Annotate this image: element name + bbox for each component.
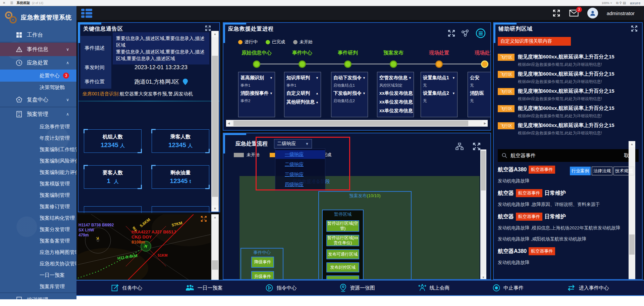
- dropdown-option[interactable]: 三级响应: [275, 170, 325, 179]
- knowledge-item[interactable]: 飞行区 能见度增加600xx,航班延误率上升百分之15 根据din应急救援操作规…: [498, 105, 636, 119]
- dropdown-row[interactable]: 事件1: [286, 82, 319, 89]
- knowledge-item[interactable]: 飞行区 能见度增加600xx,航班延误率上升百分之15 根据din应急救援操作规…: [498, 122, 636, 136]
- fullscreen-icon[interactable]: [552, 9, 560, 17]
- knowledge-item[interactable]: 飞行区 能见度增加600xx,航班延误率上升百分之15 根据din应急救援操作规…: [498, 71, 636, 85]
- dropdown-row[interactable]: 知识库研判▼: [286, 74, 319, 82]
- map-scrollbar[interactable]: ▲: [211, 214, 219, 280]
- close-icon[interactable]: ✕: [3, 1, 5, 5]
- stage[interactable]: 现场处置: [466, 50, 491, 68]
- stage-dot[interactable]: [390, 60, 397, 68]
- action-task-center[interactable]: 任务中心: [111, 284, 142, 292]
- dropdown-row[interactable]: 自定义研判▲: [286, 89, 319, 98]
- pause-area-button-partial[interactable]: [326, 275, 359, 280]
- action-abort-event[interactable]: 中止事件: [493, 284, 524, 292]
- dropdown-row[interactable]: 设置集结点1▼: [423, 74, 455, 82]
- expand-icon[interactable]: [448, 30, 455, 37]
- pause-area-button[interactable]: 暂停运行区域(xx责任单位): [326, 235, 359, 246]
- dropdown-option[interactable]: 二级响应: [275, 160, 325, 169]
- sidebar-subitem[interactable]: 应急相关协议管理: [0, 258, 76, 269]
- map-pin-icon[interactable]: [183, 79, 188, 85]
- dropdown-row[interactable]: 其他研判信息▲: [286, 98, 319, 106]
- dropdown-row[interactable]: 事件1: [240, 82, 273, 89]
- sidebar-subitem[interactable]: 预案编制工作组管理: [0, 144, 76, 155]
- stage-dot[interactable]: [344, 60, 352, 68]
- stage[interactable]: 预案发布: [375, 50, 412, 68]
- sidebar-subitem[interactable]: 预案备案管理: [0, 235, 76, 247]
- menu-icon[interactable]: ☰: [10, 1, 13, 5]
- sidebar-subitem[interactable]: 预案分发管理: [0, 224, 76, 235]
- network-icon[interactable]: [461, 29, 470, 37]
- dropdown-row[interactable]: 无: [470, 82, 491, 89]
- sidebar-subitem[interactable]: 预案编制能力评估: [0, 167, 76, 178]
- pause-area-button[interactable]: 发布可通行区域: [326, 249, 359, 259]
- scroll-down-button[interactable]: ▼: [211, 206, 219, 212]
- scroll-right-button[interactable]: ▶: [482, 120, 488, 127]
- sidebar-item-emergency[interactable]: 应急处置 ∧: [0, 56, 76, 70]
- pause-area-button[interactable]: 暂停运行区域(空管): [326, 220, 359, 232]
- map-expand-icon[interactable]: [201, 216, 207, 222]
- search-result-item[interactable]: 航空器 航空器事件 日常维护 发动机电路故障 ,模拟信息,上海机场2022年某航…: [498, 213, 627, 231]
- scroll-down-button[interactable]: ▼: [480, 274, 486, 280]
- sidebar-item-review-center[interactable]: 复盘中心 ∨: [0, 93, 76, 106]
- sidebar-subitem[interactable]: 预案修订管理: [0, 201, 76, 212]
- sidebar-subitem[interactable]: 一日一预案: [0, 269, 76, 281]
- search-input[interactable]: 航空器事件: [511, 152, 624, 159]
- sitemap-icon[interactable]: [455, 143, 464, 150]
- stage-dot[interactable]: [253, 60, 260, 68]
- dropdown-row[interactable]: 无: [423, 98, 455, 104]
- browser-toolbar-icons[interactable]: ⧉ ⚲ ▤: [616, 1, 626, 5]
- expand-icon[interactable]: [473, 143, 480, 150]
- dropdown-row[interactable]: 空管发布信息▼: [379, 74, 412, 82]
- action-command-center[interactable]: 指令中心: [266, 284, 297, 292]
- result-tab[interactable]: 法律法规: [592, 167, 612, 175]
- search-result-item[interactable]: 航空器 航空器事件 日常维护 发动机电路故障 ,故障原因、详细说明、资料来源于: [498, 189, 627, 208]
- stage[interactable]: 事件中心: [284, 50, 321, 68]
- scroll-up-button[interactable]: ▲: [211, 214, 219, 220]
- knowledge-item[interactable]: 飞行区 能见度增加600xx,航班延误率上升百分之15 根据din应急救援操作规…: [498, 88, 636, 102]
- search-result-item[interactable]: 航空器A380 航空器事件 发动机电路故障: [498, 247, 627, 266]
- sidebar-subitem[interactable]: 预案模版管理: [0, 178, 76, 189]
- dropdown-option[interactable]: 四级响应: [275, 180, 325, 189]
- dropdown-row[interactable]: 无: [423, 82, 455, 89]
- dropdown-row[interactable]: 启动集结点1: [333, 82, 366, 89]
- scroll-up-button[interactable]: ▲: [211, 31, 219, 37]
- search-result-item[interactable]: 发动机电路故障 ,咸阳机场某航班发动机故障: [498, 236, 627, 242]
- dropdown-row[interactable]: 自动下发指令▼: [333, 74, 366, 82]
- sidebar-item-dispose-center[interactable]: 处置中心 3: [0, 70, 76, 82]
- action-enter-event-center[interactable]: 进入事件中心: [567, 284, 609, 292]
- scrollbar-thumb[interactable]: [212, 56, 218, 197]
- hamburger-icon[interactable]: [81, 9, 92, 18]
- sidebar-subitem[interactable]: 预案编制风险评估: [0, 155, 76, 167]
- dropdown-row[interactable]: 甚高频识别▼: [240, 74, 273, 82]
- stage-dot[interactable]: [435, 60, 443, 68]
- action-daily-plan[interactable]: 一日一预案: [185, 285, 223, 291]
- avatar[interactable]: [587, 8, 598, 18]
- dropdown-row[interactable]: 消防接报事件▼: [240, 89, 273, 98]
- list-circle-icon[interactable]: [476, 28, 486, 38]
- zoom-select[interactable]: 100% ˅: [602, 1, 612, 5]
- response-level-select[interactable]: 二级响应 ▼: [274, 139, 312, 148]
- action-online-consult[interactable]: 线上会商: [418, 284, 450, 292]
- search-bar[interactable]: 航空器事件 取消: [498, 149, 639, 162]
- dropdown-row[interactable]: 设置集结点2▼: [423, 89, 455, 98]
- stage-dot[interactable]: [481, 60, 488, 68]
- dropdown-row[interactable]: xx单位发布信息▲: [379, 89, 412, 98]
- sidebar-subitem[interactable]: 年度计划管理: [0, 132, 76, 144]
- progress-hscrollbar[interactable]: ◀ ▶: [226, 120, 488, 127]
- scroll-left-button[interactable]: ◀: [226, 120, 231, 127]
- dropdown-row[interactable]: 消防医: [470, 89, 491, 98]
- stage-dot[interactable]: [299, 60, 306, 68]
- sidebar-item-event-info[interactable]: 事件信息 ∨: [0, 43, 76, 56]
- downgrade-event-button[interactable]: 降级事件: [251, 257, 274, 268]
- sidebar-subitem[interactable]: 应急事件管理: [0, 121, 76, 132]
- dropdown-row[interactable]: 下发临时指令▼: [333, 89, 366, 98]
- dropdown-row[interactable]: 无: [470, 98, 491, 104]
- sidebar-subitem[interactable]: 预案结构化管理: [0, 212, 76, 224]
- sidebar-subitem[interactable]: 应急方格网图管理: [0, 247, 76, 258]
- scrollbar-thumb[interactable]: [233, 121, 468, 126]
- area-tag[interactable]: 飞行区: [498, 71, 515, 78]
- stage[interactable]: 原始信息中心: [238, 50, 275, 68]
- assist-scrollbar[interactable]: ▲: [629, 141, 635, 279]
- stage[interactable]: 事件研判: [329, 50, 366, 68]
- result-tab[interactable]: 行业案例: [570, 167, 591, 175]
